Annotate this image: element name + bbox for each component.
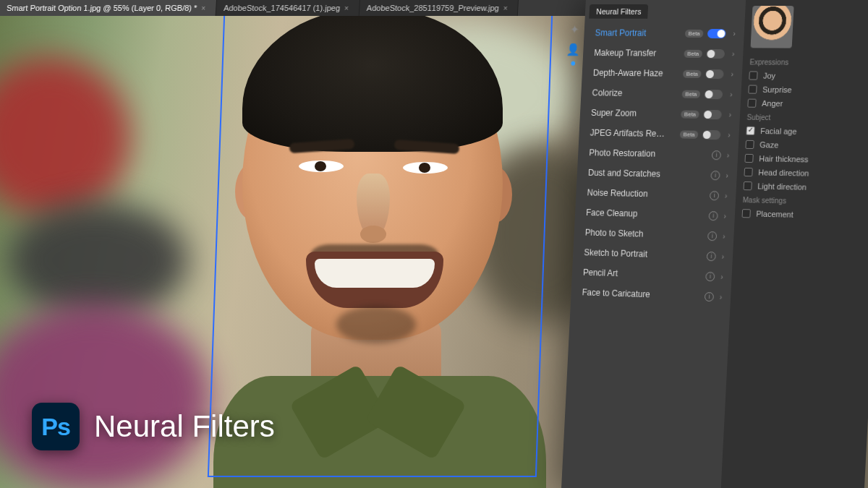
option-row[interactable]: Anger [747, 99, 868, 109]
filter-name: Face Cleanup [586, 207, 707, 221]
logo-text: Ps [41, 413, 70, 441]
option-row[interactable]: Head direction [744, 168, 868, 179]
checkbox[interactable] [746, 127, 754, 135]
bg-blur [0, 304, 210, 488]
beta-badge: Beta [685, 29, 704, 37]
filter-name: JPEG Artifacts Re… [590, 128, 676, 140]
chevron-right-icon: › [731, 69, 733, 78]
option-row[interactable]: Joy [749, 71, 868, 81]
checkbox[interactable] [744, 168, 752, 176]
beta-badge: Beta [680, 130, 699, 138]
filter-name: Noise Reduction [587, 188, 707, 200]
chevron-right-icon: › [726, 171, 728, 179]
info-icon[interactable]: i [707, 231, 717, 241]
info-icon[interactable]: i [710, 191, 719, 200]
option-label: Gaze [760, 140, 778, 149]
filter-item[interactable]: Smart PortraitBeta› [590, 23, 740, 44]
filter-item[interactable]: ColorizeBeta› [587, 82, 737, 104]
beta-badge: Beta [684, 49, 702, 57]
filter-item[interactable]: Face to Caricaturei› [577, 282, 727, 307]
filter-item[interactable]: Dust and Scratchesi› [584, 163, 733, 186]
checkbox[interactable] [743, 181, 752, 190]
filter-toggle[interactable] [703, 109, 722, 119]
checkbox[interactable] [745, 140, 754, 149]
info-icon[interactable]: i [706, 271, 715, 281]
section-header-mask: Mask settings [742, 196, 868, 207]
filter-item[interactable]: Depth-Aware HazeBeta› [589, 63, 739, 85]
face-thumbnail[interactable] [751, 6, 794, 48]
document-tab[interactable]: Smart Portrait Option 1.jpg @ 55% (Layer… [0, 0, 217, 16]
filter-item[interactable]: Makeup TransferBeta› [590, 43, 739, 64]
bg-blur [7, 202, 188, 318]
chevron-right-icon: › [733, 29, 736, 38]
filter-name: Depth-Aware Haze [593, 68, 679, 79]
chevron-right-icon: › [720, 273, 723, 281]
info-icon[interactable]: i [711, 171, 720, 180]
beta-badge: Beta [681, 110, 699, 118]
info-icon[interactable]: i [705, 291, 714, 301]
filter-name: Pencil Art [583, 267, 704, 281]
tab-label: AdobeStock_285119759_Preview.jpg [367, 4, 500, 12]
close-icon[interactable]: × [344, 4, 349, 12]
info-icon[interactable]: i [707, 251, 716, 260]
checkbox[interactable] [749, 71, 757, 80]
checkbox[interactable] [748, 85, 757, 94]
filter-name: Makeup Transfer [594, 48, 680, 59]
filter-toggle[interactable] [705, 89, 723, 98]
option-row[interactable]: Gaze [745, 140, 868, 151]
chevron-right-icon: › [723, 212, 726, 221]
active-category-indicator [571, 61, 575, 66]
option-row[interactable]: Surprise [748, 85, 868, 95]
info-icon[interactable]: i [709, 211, 718, 221]
close-icon[interactable]: × [503, 4, 508, 12]
filter-name: Colorize [592, 87, 678, 98]
chevron-right-icon: › [720, 293, 723, 301]
option-label: Anger [762, 99, 783, 108]
option-label: Head direction [758, 168, 809, 177]
filter-options: Expressions JoySurpriseAnger Subject Fac… [720, 0, 868, 488]
filter-item[interactable]: Photo Restorationi› [584, 142, 734, 165]
checkbox[interactable] [742, 209, 751, 218]
option-label: Light direction [757, 181, 807, 191]
photoshop-logo: Ps [32, 403, 80, 450]
section-header-expressions: Expressions [749, 58, 868, 67]
title-overlay: Ps Neural Filters [32, 403, 275, 450]
filter-name: Sketch to Portrait [584, 247, 705, 261]
close-icon[interactable]: × [201, 4, 206, 12]
portrait-filters-icon[interactable]: 👤 [565, 41, 581, 57]
chevron-right-icon: › [730, 90, 733, 98]
filter-list: Smart PortraitBeta›Makeup TransferBeta›D… [571, 19, 745, 312]
option-row[interactable]: Facial age [746, 127, 868, 137]
all-filters-icon[interactable]: ✦ [566, 22, 582, 38]
filter-toggle[interactable] [707, 48, 726, 58]
filter-item[interactable]: Super ZoomBeta› [587, 103, 736, 124]
checkbox[interactable] [747, 99, 756, 108]
filter-toggle[interactable] [707, 28, 726, 38]
chevron-right-icon: › [723, 232, 726, 241]
filter-name: Dust and Scratches [588, 168, 709, 180]
neural-filters-panel: ✦ 👤 Neural Filters Smart PortraitBeta›Ma… [561, 0, 868, 488]
filter-toggle[interactable] [702, 129, 721, 139]
filter-name: Smart Portrait [595, 28, 681, 38]
option-label: Facial age [760, 127, 797, 136]
checkbox[interactable] [744, 154, 753, 163]
option-label: Hair thickness [759, 154, 809, 163]
overlay-title: Neural Filters [94, 409, 275, 444]
beta-badge: Beta [683, 69, 702, 77]
filter-name: Photo to Sketch [585, 228, 706, 241]
option-label: Joy [763, 72, 775, 80]
option-row[interactable]: Light direction [743, 181, 868, 193]
filter-item[interactable]: JPEG Artifacts Re…Beta› [585, 123, 735, 145]
option-row[interactable]: Hair thickness [744, 154, 868, 165]
filter-name: Super Zoom [591, 108, 677, 119]
filter-name: Face to Caricature [582, 287, 702, 301]
option-label: Surprise [762, 85, 792, 94]
section-header-subject: Subject [746, 114, 868, 123]
option-row[interactable]: Placement [742, 209, 868, 221]
info-icon[interactable]: i [712, 150, 721, 160]
document-tab[interactable]: AdobeStock_285119759_Preview.jpg× [359, 0, 519, 16]
filter-name: Photo Restoration [589, 147, 710, 160]
chevron-right-icon: › [727, 150, 730, 159]
document-tab[interactable]: AdobeStock_174546417 (1).jpeg× [216, 0, 359, 16]
filter-toggle[interactable] [705, 69, 724, 78]
